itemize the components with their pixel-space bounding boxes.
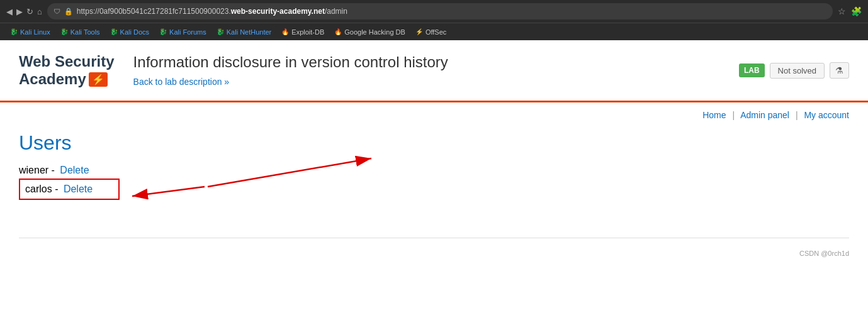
bookmark-label: Kali Linux bbox=[20, 28, 50, 36]
back-icon[interactable]: ◀ bbox=[6, 7, 13, 16]
logo-line2: Academy ⚡ bbox=[19, 70, 115, 88]
lab-header: Web Security Academy ⚡ Information discl… bbox=[0, 40, 868, 102]
bookmark-label: Kali NetHunter bbox=[227, 28, 272, 36]
kali-linux-icon: 🐉 bbox=[10, 28, 18, 35]
lab-badge: LAB bbox=[739, 63, 765, 77]
bookmark-label: Kali Tools bbox=[70, 28, 100, 36]
kali-forums-icon: 🐉 bbox=[159, 28, 167, 35]
admin-panel-link[interactable]: Admin panel bbox=[740, 110, 789, 120]
lab-title: Information disclosure in version contro… bbox=[133, 53, 720, 71]
url-domain: web-security-academy.net bbox=[231, 7, 325, 16]
url-prefix: https://0af900b5041c217281fc711500900023… bbox=[77, 7, 231, 16]
url-path: /admin bbox=[325, 7, 347, 16]
home-link[interactable]: Home bbox=[702, 110, 726, 120]
bookmark-kali-tools[interactable]: 🐉 Kali Tools bbox=[57, 27, 104, 37]
bookmark-label: OffSec bbox=[426, 28, 446, 36]
user-carlos-delete-link[interactable]: Delete bbox=[64, 184, 93, 194]
svg-line-1 bbox=[132, 187, 205, 196]
user-wiener-delete-link[interactable]: Delete bbox=[60, 165, 89, 175]
kali-docs-icon: 🐉 bbox=[110, 28, 118, 35]
kali-nethunter-icon: 🐉 bbox=[217, 28, 224, 35]
extension-icon[interactable]: 🧩 bbox=[851, 6, 862, 16]
logo-badge: ⚡ bbox=[89, 72, 108, 87]
bookmark-kali-forums[interactable]: 🐉 Kali Forums bbox=[155, 27, 210, 37]
app-body: Home | Admin panel | My account Users wi… bbox=[0, 102, 868, 245]
page-footer: CSDN @0rch1d bbox=[0, 245, 868, 262]
top-nav: Home | Admin panel | My account bbox=[19, 102, 849, 125]
users-title: Users bbox=[19, 131, 849, 155]
google-hacking-db-icon: 🔥 bbox=[334, 28, 342, 35]
star-icon[interactable]: ☆ bbox=[838, 6, 846, 16]
shield-icon: 🛡 bbox=[54, 8, 60, 15]
bookmarks-bar: 🐉 Kali Linux 🐉 Kali Tools 🐉 Kali Docs 🐉 … bbox=[0, 23, 868, 40]
user-wiener-row: wiener - Delete bbox=[19, 165, 849, 176]
user-rows-container: wiener - Delete carlos - Delete bbox=[19, 165, 849, 200]
bookmark-kali-linux[interactable]: 🐉 Kali Linux bbox=[6, 27, 54, 37]
bookmark-label: Kali Docs bbox=[120, 28, 149, 36]
exploit-db-icon: 🔥 bbox=[281, 28, 289, 35]
url-text: https://0af900b5041c217281fc711500900023… bbox=[77, 7, 347, 16]
offsec-icon: ⚡ bbox=[415, 28, 423, 35]
bookmark-label: Exploit-DB bbox=[291, 28, 324, 36]
logo: Web Security Academy ⚡ bbox=[19, 53, 115, 88]
browser-chrome: ◀ ▶ ↻ ⌂ 🛡 🔒 https://0af900b5041c217281fc… bbox=[0, 0, 868, 40]
bookmark-kali-docs[interactable]: 🐉 Kali Docs bbox=[106, 27, 153, 37]
home-icon[interactable]: ⌂ bbox=[37, 7, 42, 16]
bookmark-kali-nethunter[interactable]: 🐉 Kali NetHunter bbox=[213, 27, 276, 37]
bookmark-offsec[interactable]: ⚡ OffSec bbox=[412, 27, 450, 37]
users-section: Users wiener - Delete carlos - Delete bbox=[19, 125, 849, 245]
separator-2: | bbox=[796, 110, 798, 120]
address-bar[interactable]: 🛡 🔒 https://0af900b5041c217281fc71150090… bbox=[47, 3, 833, 19]
kali-tools-icon: 🐉 bbox=[60, 28, 68, 35]
page-content: Web Security Academy ⚡ Information discl… bbox=[0, 40, 868, 262]
user-carlos-row: carlos - Delete bbox=[19, 179, 120, 200]
flask-button[interactable]: ⚗ bbox=[830, 62, 849, 79]
logo-academy-text: Academy bbox=[19, 70, 86, 88]
browser-toolbar: ◀ ▶ ↻ ⌂ 🛡 🔒 https://0af900b5041c217281fc… bbox=[0, 0, 868, 23]
bottom-divider bbox=[19, 238, 849, 238]
user-carlos-name: carlos - bbox=[25, 184, 61, 194]
my-account-link[interactable]: My account bbox=[804, 110, 849, 120]
lab-title-section: Information disclosure in version contro… bbox=[133, 53, 720, 87]
user-wiener-name: wiener - bbox=[19, 165, 57, 175]
nav-icons: ◀ ▶ ↻ ⌂ bbox=[6, 7, 42, 16]
not-solved-button[interactable]: Not solved bbox=[770, 63, 825, 79]
back-to-lab-link[interactable]: Back to lab description » bbox=[133, 77, 230, 87]
footer-label: CSDN @0rch1d bbox=[799, 250, 849, 257]
forward-icon[interactable]: ▶ bbox=[16, 7, 23, 16]
separator-1: | bbox=[732, 110, 735, 120]
bookmark-label: Kali Forums bbox=[169, 28, 206, 36]
bookmark-label: Google Hacking DB bbox=[344, 28, 405, 36]
bookmark-google-hacking-db[interactable]: 🔥 Google Hacking DB bbox=[330, 27, 409, 37]
lock-icon: 🔒 bbox=[64, 8, 73, 16]
bookmark-exploit-db[interactable]: 🔥 Exploit-DB bbox=[278, 27, 328, 37]
lab-status-area: LAB Not solved ⚗ bbox=[739, 62, 849, 79]
logo-line1: Web Security bbox=[19, 53, 115, 70]
refresh-icon[interactable]: ↻ bbox=[26, 7, 33, 16]
